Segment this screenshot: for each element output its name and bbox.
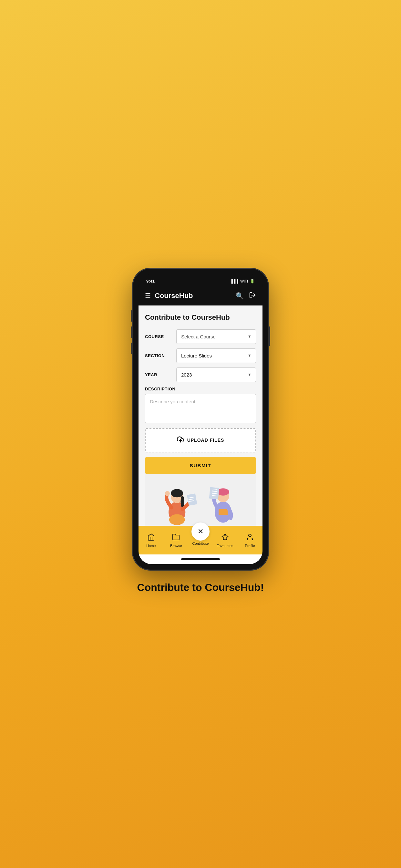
svg-rect-16 (219, 509, 227, 515)
illustration-woman (157, 480, 199, 526)
browse-label: Browse (170, 544, 182, 548)
svg-marker-22 (222, 534, 228, 540)
home-label: Home (146, 544, 156, 548)
svg-point-6 (181, 495, 184, 507)
nav-home[interactable]: Home (142, 533, 161, 548)
header-right: 🔍 (236, 291, 256, 300)
nav-favourites[interactable]: Favourites (215, 533, 235, 548)
description-label: DESCRIPTION (145, 386, 256, 392)
contribute-label: Contribute (192, 541, 209, 546)
section-select[interactable]: Lecture Slides Tutorials Past Papers (176, 348, 256, 363)
signal-icon: ▐▐▐ (230, 279, 238, 283)
course-form-group: COURSE Select a Course ▼ (145, 330, 256, 344)
phone-wrapper: 9:41 ▐▐▐ WiFi 🔋 ☰ CourseHub 🔍 (133, 268, 268, 570)
status-time: 9:41 (146, 279, 155, 283)
year-label: YEAR (145, 372, 173, 377)
home-bar (181, 558, 220, 560)
profile-label: Profile (245, 544, 255, 548)
nav-profile[interactable]: Profile (240, 533, 259, 548)
main-content: Contribute to CourseHub COURSE Select a … (138, 306, 263, 526)
battery-icon: 🔋 (250, 279, 255, 283)
hamburger-icon[interactable]: ☰ (145, 292, 151, 300)
section-label: SECTION (145, 353, 173, 358)
submit-button[interactable]: SUBMIT (145, 457, 256, 474)
section-form-group: SECTION Lecture Slides Tutorials Past Pa… (145, 348, 256, 363)
page-title: Contribute to CourseHub (145, 313, 256, 321)
nav-browse[interactable]: Browse (166, 533, 186, 548)
app-title: CourseHub (155, 291, 193, 300)
header-left: ☰ CourseHub (145, 291, 193, 300)
course-label: COURSE (145, 334, 173, 339)
wifi-icon: WiFi (240, 279, 248, 283)
search-icon[interactable]: 🔍 (236, 292, 244, 300)
home-icon (147, 533, 155, 543)
upload-area[interactable]: UPLOAD FILES (145, 428, 256, 453)
svg-point-5 (171, 489, 183, 497)
course-select[interactable]: Select a Course (176, 330, 256, 344)
year-select-wrapper: 2023 2022 2021 ▼ (176, 368, 256, 382)
tagline: Contribute to CourseHub! (137, 582, 264, 593)
browse-icon (172, 533, 180, 543)
upload-icon (177, 436, 184, 445)
phone-frame: 9:41 ▐▐▐ WiFi 🔋 ☰ CourseHub 🔍 (133, 268, 268, 570)
illustration-area (145, 474, 256, 526)
phone-screen: 9:41 ▐▐▐ WiFi 🔋 ☰ CourseHub 🔍 (138, 274, 263, 564)
svg-point-11 (165, 491, 170, 496)
svg-rect-15 (217, 492, 228, 494)
illustration-man (202, 480, 244, 526)
description-textarea[interactable] (145, 394, 256, 423)
close-icon: ✕ (197, 527, 204, 536)
bottom-nav: Home Browse ✕ Contribute (138, 526, 263, 554)
year-form-group: YEAR 2023 2022 2021 ▼ (145, 368, 256, 382)
svg-point-3 (169, 514, 185, 525)
home-indicator (138, 554, 263, 564)
contribute-fab-circle: ✕ (191, 523, 210, 540)
app-header: ☰ CourseHub 🔍 (138, 288, 263, 306)
favourites-label: Favourites (217, 544, 233, 548)
favourites-icon (221, 533, 229, 543)
svg-point-23 (249, 534, 251, 537)
nav-contribute[interactable]: ✕ Contribute (191, 523, 210, 546)
description-section: DESCRIPTION (145, 386, 256, 424)
course-select-wrapper: Select a Course ▼ (176, 330, 256, 344)
section-select-wrapper: Lecture Slides Tutorials Past Papers ▼ (176, 348, 256, 363)
upload-text: UPLOAD FILES (187, 438, 224, 443)
logout-icon[interactable] (249, 291, 256, 300)
profile-icon (246, 533, 254, 543)
status-icons: ▐▐▐ WiFi 🔋 (230, 279, 255, 283)
status-bar: 9:41 ▐▐▐ WiFi 🔋 (138, 274, 263, 288)
year-select[interactable]: 2023 2022 2021 (176, 368, 256, 382)
